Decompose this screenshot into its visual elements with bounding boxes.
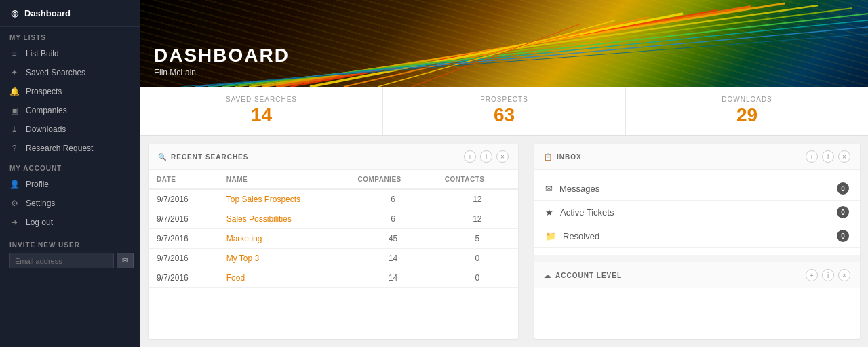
prospects-icon: 🔔 (9, 87, 19, 96)
sidebar-item-label: Profile (26, 180, 49, 189)
account-level-controls: + i × (806, 269, 850, 281)
cell-companies: 45 (349, 229, 436, 249)
recent-searches-title: 🔍 RECENT SEARCHES (158, 153, 248, 161)
cloud-icon: ☁ (544, 272, 551, 279)
info-button[interactable]: i (822, 150, 834, 163)
cell-contacts: 0 (437, 249, 518, 268)
sidebar-item-label: Saved Searches (26, 68, 85, 77)
sidebar-item-research-request[interactable]: ? Research Request (0, 139, 140, 158)
stat-downloads: DOWNLOADS 29 (626, 87, 868, 135)
info-button[interactable]: i (822, 269, 834, 281)
sidebar-item-list-build[interactable]: ≡ List Build (0, 44, 140, 63)
panel-divider (534, 255, 860, 262)
recent-searches-panel: 🔍 RECENT SEARCHES + i × DATE NAME COMPAN… (149, 144, 518, 339)
close-button[interactable]: × (496, 150, 509, 163)
settings-icon: ⚙ (9, 199, 19, 208)
sidebar-item-logout[interactable]: ➜ Log out (0, 213, 140, 232)
sidebar-item-label: Prospects (26, 87, 62, 96)
logout-icon: ➜ (9, 218, 19, 227)
inbox-item[interactable]: ★ Active Tickets 0 (534, 201, 860, 224)
cell-name[interactable]: Sales Possibilities (218, 209, 350, 229)
invite-input-row: ✉ (9, 253, 131, 268)
my-account-section-title: MY ACCOUNT (0, 158, 140, 175)
add-button[interactable]: + (806, 269, 818, 281)
stat-label: DOWNLOADS (722, 96, 772, 103)
inbox-title: 📋 INBOX (544, 153, 582, 161)
sidebar-item-prospects[interactable]: 🔔 Prospects (0, 82, 140, 101)
cell-contacts: 12 (437, 209, 518, 229)
invite-title: INVITE NEW USER (9, 241, 131, 249)
cell-date: 9/7/2016 (149, 189, 218, 209)
inbox-item-left: 📁 Resolved (545, 231, 599, 241)
stat-value: 14 (251, 104, 272, 126)
cell-companies: 14 (349, 249, 436, 268)
stat-label: PROSPECTS (480, 96, 528, 103)
cell-contacts: 5 (437, 229, 518, 249)
table-row: 9/7/2016 My Top 3 14 0 (149, 249, 518, 268)
add-button[interactable]: + (806, 150, 818, 163)
cell-companies: 6 (349, 189, 436, 209)
research-icon: ? (9, 144, 19, 153)
inbox-item-count: 0 (837, 206, 849, 218)
sidebar-item-label: Log out (26, 218, 53, 227)
stat-label: SAVED SEARCHES (226, 96, 297, 103)
cell-date: 9/7/2016 (149, 268, 218, 288)
stat-value: 29 (736, 104, 757, 126)
inbox-item[interactable]: ✉ Messages 0 (534, 177, 860, 201)
account-level-header: ☁ ACCOUNT LEVEL + i × (534, 262, 860, 288)
inbox-icon: 📋 (544, 153, 553, 161)
cell-name[interactable]: My Top 3 (218, 249, 350, 268)
invite-email-input[interactable] (9, 253, 114, 268)
list-build-icon: ≡ (9, 49, 19, 58)
sidebar-item-label: Settings (26, 199, 55, 208)
recent-searches-controls: + i × (464, 150, 509, 163)
recent-searches-header: 🔍 RECENT SEARCHES + i × (149, 144, 518, 170)
inbox-item[interactable]: 📁 Resolved 0 (534, 224, 860, 248)
cell-date: 9/7/2016 (149, 209, 218, 229)
table-row: 9/7/2016 Marketing 45 5 (149, 229, 518, 249)
sidebar-item-companies[interactable]: ▣ Companies (0, 101, 140, 120)
svg-line-6 (344, 17, 649, 87)
sidebar-item-profile[interactable]: 👤 Profile (0, 175, 140, 194)
stat-prospects: PROSPECTS 63 (383, 87, 626, 135)
cell-name[interactable]: Food (218, 268, 350, 288)
dashboard-icon: ◎ (9, 8, 19, 18)
search-icon: 🔍 (158, 153, 167, 161)
stat-value: 63 (494, 104, 515, 126)
sidebar-item-settings[interactable]: ⚙ Settings (0, 194, 140, 213)
sidebar-item-label: Downloads (26, 125, 66, 134)
svg-line-9 (378, 20, 615, 87)
inbox-item-label: Messages (559, 184, 599, 194)
panels-row: 🔍 RECENT SEARCHES + i × DATE NAME COMPAN… (140, 136, 868, 347)
sidebar-item-saved-searches[interactable]: ✦ Saved Searches (0, 63, 140, 82)
inbox-item-label: Resolved (563, 231, 599, 241)
info-button[interactable]: i (480, 150, 492, 163)
stats-row: SAVED SEARCHES 14 PROSPECTS 63 DOWNLOADS… (140, 87, 868, 136)
dashboard-nav[interactable]: ◎ Dashboard (0, 0, 140, 27)
invite-submit-button[interactable]: ✉ (117, 253, 134, 268)
right-panel: 📋 INBOX + i × ✉ Messages 0 ★ Active Tick… (534, 144, 860, 339)
invite-section: INVITE NEW USER ✉ (0, 234, 140, 275)
banner-subtitle: Elin McLain (154, 68, 290, 77)
cell-contacts: 12 (437, 189, 518, 209)
cell-contacts: 0 (437, 268, 518, 288)
add-button[interactable]: + (464, 150, 476, 163)
dashboard-label: Dashboard (24, 8, 71, 18)
cell-name[interactable]: Top Sales Prospects (218, 189, 350, 209)
sidebar-item-downloads[interactable]: ⤓ Downloads (0, 120, 140, 139)
cell-companies: 6 (349, 209, 436, 229)
account-level-title: ☁ ACCOUNT LEVEL (544, 272, 622, 279)
main-content: DASHBOARD Elin McLain SAVED SEARCHES 14 … (140, 0, 868, 347)
recent-searches-table: DATE NAME COMPANIES CONTACTS 9/7/2016 To… (149, 170, 518, 288)
inbox-item-left: ✉ Messages (545, 184, 599, 194)
inbox-item-icon: ★ (545, 207, 553, 218)
close-button[interactable]: × (838, 150, 850, 163)
sidebar-item-label: List Build (26, 49, 59, 58)
col-contacts: CONTACTS (437, 170, 518, 189)
sidebar-item-label: Research Request (26, 144, 93, 153)
cell-name[interactable]: Marketing (218, 229, 350, 249)
banner-title: DASHBOARD (154, 45, 290, 66)
close-button[interactable]: × (838, 269, 850, 281)
stat-saved-searches: SAVED SEARCHES 14 (140, 87, 383, 135)
table-row: 9/7/2016 Food 14 0 (149, 268, 518, 288)
